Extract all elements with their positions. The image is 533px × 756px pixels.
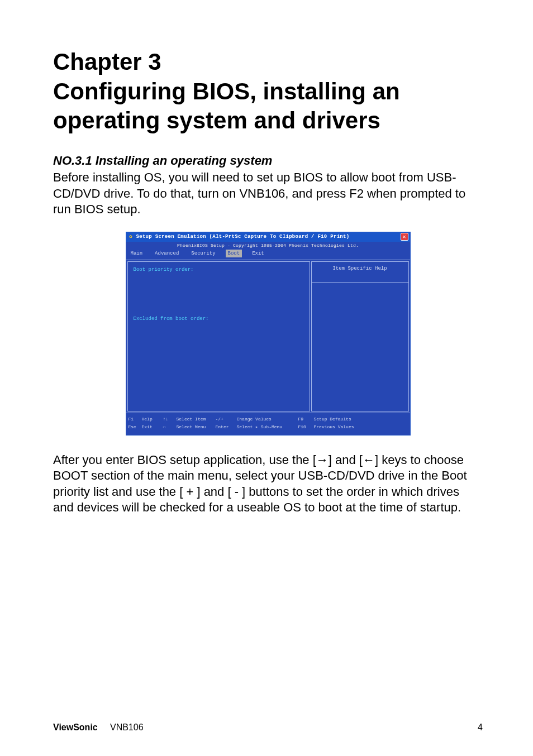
menu-exit[interactable]: Exit	[250, 250, 266, 257]
close-icon[interactable]: ✕	[401, 233, 408, 241]
section-title: NO.3.1 Installing an operating system	[53, 152, 483, 169]
menu-main[interactable]: Main	[129, 250, 145, 257]
menu-advanced[interactable]: Advanced	[153, 250, 181, 257]
window-titlebar: ✿ Setup Screen Emulation (Alt-PrtSc Capt…	[126, 232, 410, 242]
window-title: Setup Screen Emulation (Alt-PrtSc Captur…	[136, 233, 398, 240]
bios-copyright: PhoenixBIOS Setup - Copyright 1985-2004 …	[126, 242, 410, 250]
help-pane: Item Specific Help	[311, 261, 409, 412]
excluded-boot-label: Excluded from boot order:	[134, 315, 304, 322]
key-help: Help	[142, 417, 163, 423]
key-setup-defaults: Setup Defaults	[314, 417, 408, 423]
key-change-values: Change Values	[237, 417, 298, 423]
key-leftright: ↔	[163, 424, 177, 430]
intro-paragraph: Before installing OS, you will need to s…	[53, 170, 483, 218]
app-icon: ✿	[128, 234, 134, 240]
help-header: Item Specific Help	[312, 262, 408, 283]
key-esc: Esc	[129, 424, 142, 430]
chapter-heading: Chapter 3 Configuring BIOS, installing a…	[53, 47, 483, 136]
boot-priority-label: Boot priority order:	[134, 266, 304, 273]
menu-boot[interactable]: Boot	[226, 250, 242, 257]
footer-brand: ViewSonic	[53, 722, 98, 732]
bios-body: Boot priority order: Excluded from boot …	[126, 260, 410, 413]
key-updown: ↑↓	[163, 417, 177, 423]
key-f10: F10	[298, 424, 314, 430]
menu-security[interactable]: Security	[189, 250, 217, 257]
key-plusminus: -/+	[216, 417, 237, 423]
key-f1: F1	[129, 417, 142, 423]
key-f9: F9	[298, 417, 314, 423]
bios-key-legend: F1 Help ↑↓ Select Item -/+ Change Values…	[126, 413, 410, 435]
boot-order-pane: Boot priority order: Excluded from boot …	[127, 261, 310, 412]
bios-setup-window: ✿ Setup Screen Emulation (Alt-PrtSc Capt…	[126, 232, 411, 436]
key-previous-values: Previous Values	[314, 424, 408, 430]
key-enter: Enter	[216, 424, 237, 430]
key-exit: Exit	[142, 424, 163, 430]
key-select-submenu: Select ▸ Sub-Menu	[237, 424, 298, 430]
key-select-menu: Select Menu	[177, 424, 216, 430]
footer-model: VNB106	[110, 722, 144, 732]
key-select-item: Select Item	[177, 417, 216, 423]
bios-screen: PhoenixBIOS Setup - Copyright 1985-2004 …	[126, 242, 410, 435]
bios-menu-bar: Main Advanced Security Boot Exit	[126, 250, 410, 260]
followup-paragraph: After you enter BIOS setup application, …	[53, 452, 483, 516]
page-footer: ViewSonic VNB106 4	[53, 721, 483, 734]
page-number: 4	[478, 721, 483, 734]
